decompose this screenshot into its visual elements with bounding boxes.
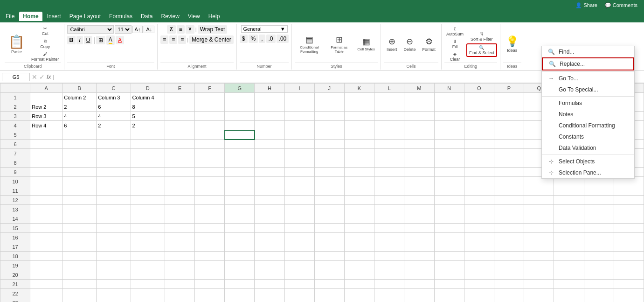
- menu-insert[interactable]: Insert: [43, 12, 65, 21]
- menu-file[interactable]: File: [2, 12, 18, 21]
- cell-E14[interactable]: [165, 214, 194, 224]
- accounting-button[interactable]: $: [240, 35, 248, 43]
- cell-B16[interactable]: [62, 233, 97, 242]
- cell-Q18[interactable]: [524, 252, 554, 261]
- cell-I7[interactable]: [284, 149, 314, 158]
- col-header-P[interactable]: P: [494, 84, 524, 93]
- cell-N18[interactable]: [434, 252, 464, 261]
- cell-F4[interactable]: [194, 121, 224, 130]
- cell-F8[interactable]: [194, 158, 224, 168]
- cell-F23[interactable]: [194, 298, 224, 302]
- cell-M21[interactable]: [404, 280, 434, 289]
- cell-M18[interactable]: [404, 252, 434, 261]
- cell-G7[interactable]: [225, 149, 255, 158]
- cell-D4[interactable]: 2: [131, 121, 165, 130]
- cell-K23[interactable]: [344, 298, 374, 302]
- cell-C23[interactable]: [97, 298, 131, 302]
- cell-C18[interactable]: [97, 252, 131, 261]
- cell-K8[interactable]: [344, 158, 374, 168]
- cell-H18[interactable]: [255, 252, 284, 261]
- cell-O14[interactable]: [464, 214, 494, 224]
- cell-N16[interactable]: [434, 233, 464, 242]
- increase-font-button[interactable]: A↑: [132, 26, 143, 33]
- cell-E19[interactable]: [165, 261, 194, 270]
- cell-P20[interactable]: [494, 270, 524, 280]
- cell-H4[interactable]: [255, 121, 284, 130]
- cell-I15[interactable]: [284, 224, 314, 233]
- font-name-select[interactable]: Calibri: [67, 25, 114, 34]
- cell-B15[interactable]: [62, 224, 97, 233]
- cell-I2[interactable]: [284, 102, 314, 112]
- cell-S12[interactable]: [584, 196, 614, 205]
- col-header-A[interactable]: A: [30, 84, 62, 93]
- cell-G19[interactable]: [225, 261, 255, 270]
- cell-P13[interactable]: [494, 205, 524, 214]
- cell-S22[interactable]: [584, 289, 614, 298]
- cell-O23[interactable]: [464, 298, 494, 302]
- cell-C5[interactable]: [97, 130, 131, 140]
- cell-S13[interactable]: [584, 205, 614, 214]
- cell-I14[interactable]: [284, 214, 314, 224]
- cell-J16[interactable]: [314, 233, 344, 242]
- cell-K5[interactable]: [344, 130, 374, 140]
- row-header-9[interactable]: 9: [0, 168, 30, 177]
- cell-O16[interactable]: [464, 233, 494, 242]
- menu-formulas[interactable]: Formulas: [105, 12, 136, 21]
- cell-P19[interactable]: [494, 261, 524, 270]
- cell-S14[interactable]: [584, 214, 614, 224]
- merge-center-button[interactable]: Merge & Center: [189, 35, 234, 44]
- menu-help[interactable]: Help: [205, 12, 224, 21]
- cell-L2[interactable]: [374, 102, 404, 112]
- col-header-J[interactable]: J: [314, 84, 344, 93]
- cell-G18[interactable]: [225, 252, 255, 261]
- cell-D5[interactable]: [131, 130, 165, 140]
- cell-H14[interactable]: [255, 214, 284, 224]
- cell-H9[interactable]: [255, 168, 284, 177]
- cell-I21[interactable]: [284, 280, 314, 289]
- cell-M8[interactable]: [404, 158, 434, 168]
- cell-P2[interactable]: [494, 102, 524, 112]
- cell-I6[interactable]: [284, 140, 314, 149]
- cell-N11[interactable]: [434, 186, 464, 196]
- cell-F1[interactable]: [194, 93, 224, 102]
- cell-P22[interactable]: [494, 289, 524, 298]
- col-header-B[interactable]: B: [62, 84, 97, 93]
- cell-E13[interactable]: [165, 205, 194, 214]
- cell-C7[interactable]: [97, 149, 131, 158]
- cell-P4[interactable]: [494, 121, 524, 130]
- cell-C11[interactable]: [97, 186, 131, 196]
- cell-F18[interactable]: [194, 252, 224, 261]
- cell-O1[interactable]: [464, 93, 494, 102]
- cell-P17[interactable]: [494, 242, 524, 252]
- menu-data[interactable]: Data: [137, 12, 156, 21]
- cell-K18[interactable]: [344, 252, 374, 261]
- cell-E4[interactable]: [165, 121, 194, 130]
- row-header-23[interactable]: 23: [0, 298, 30, 302]
- cell-F2[interactable]: [194, 102, 224, 112]
- share-button[interactable]: 👤 Share: [573, 2, 600, 9]
- cell-S15[interactable]: [584, 224, 614, 233]
- cell-J1[interactable]: [314, 93, 344, 102]
- cell-L7[interactable]: [374, 149, 404, 158]
- cell-B13[interactable]: [62, 205, 97, 214]
- cell-N6[interactable]: [434, 140, 464, 149]
- cell-S17[interactable]: [584, 242, 614, 252]
- cell-I1[interactable]: [284, 93, 314, 102]
- row-header-18[interactable]: 18: [0, 252, 30, 261]
- cell-K15[interactable]: [344, 224, 374, 233]
- cell-A4[interactable]: Row 4: [30, 121, 62, 130]
- cell-K12[interactable]: [344, 196, 374, 205]
- cell-K3[interactable]: [344, 112, 374, 121]
- cell-B1[interactable]: Column 2: [62, 93, 97, 102]
- cell-E3[interactable]: [165, 112, 194, 121]
- cell-M22[interactable]: [404, 289, 434, 298]
- cell-B2[interactable]: 2: [62, 102, 97, 112]
- cell-M4[interactable]: [404, 121, 434, 130]
- cell-A7[interactable]: [30, 149, 62, 158]
- cell-J6[interactable]: [314, 140, 344, 149]
- cell-C21[interactable]: [97, 280, 131, 289]
- cell-L21[interactable]: [374, 280, 404, 289]
- cell-J20[interactable]: [314, 270, 344, 280]
- cell-D17[interactable]: [131, 242, 165, 252]
- cell-H5[interactable]: [255, 130, 284, 140]
